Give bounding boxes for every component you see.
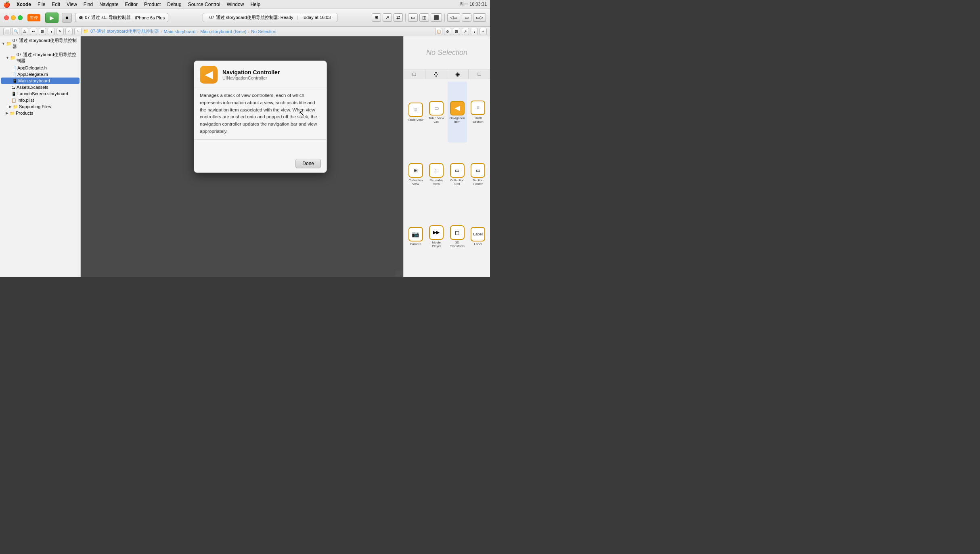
show-utilities-btn[interactable]: ▭▷ (473, 13, 486, 22)
layout-btn3[interactable]: ⬛ (431, 13, 442, 22)
breadcrumb-right3[interactable]: ⊞ (453, 28, 460, 35)
minimize-button[interactable] (11, 15, 16, 20)
breadcrumb-seg3[interactable]: Main.storyboard (Base) (200, 29, 246, 34)
breadcrumb: ⬜ 🔍 ⚠ ↩ ⊞ ⬧ ✎ ‹ › 📁 07-通过 storyboard使用导航… (0, 27, 490, 36)
tab-identity[interactable]: ◉ (447, 69, 469, 79)
scheme-name: 07-通过 st...导航控制器 (85, 15, 131, 21)
standard-editor-btn[interactable]: ▭ (408, 13, 418, 22)
sidebar-item-products[interactable]: ▶ 📁 Products (0, 110, 80, 116)
menu-find[interactable]: Find (84, 2, 93, 7)
component-camera[interactable]: 📷 Camera (406, 206, 425, 267)
storyboard-icon: 📱 (12, 79, 17, 83)
launch-screen-label: LaunchScreen.storyboard (17, 91, 68, 96)
menu-view[interactable]: View (67, 2, 77, 7)
breadcrumb-forward[interactable]: › (74, 28, 82, 35)
close-button[interactable] (4, 15, 9, 20)
sidebar-root-disclosure[interactable]: ▼ 📁 07-通过 storyboard使用导航控制器 (0, 36, 80, 51)
tab-quick-help[interactable]: {} (425, 69, 447, 79)
apple-menu[interactable]: 🍎 (3, 1, 10, 8)
menu-file[interactable]: File (38, 2, 45, 7)
storyboard-label: Main.storyboard (18, 78, 50, 83)
breadcrumb-right5[interactable]: ⋮ (471, 28, 478, 35)
maximize-button[interactable] (18, 15, 23, 20)
menu-edit[interactable]: Edit (52, 2, 60, 7)
no-selection-text: No Selection (426, 48, 467, 57)
component-navigation-item[interactable]: ◀ Navigation Item (448, 82, 467, 143)
breadcrumb-icon6[interactable]: ⬧ (48, 28, 55, 35)
breadcrumb-icon4[interactable]: ↩ (30, 28, 37, 35)
sidebar-item-launch-screen[interactable]: 📱 LaunchScreen.storyboard (0, 90, 80, 97)
supporting-files-label: Supporting Files (19, 104, 51, 109)
tab-file[interactable]: □ (404, 69, 425, 79)
sidebar-item-supporting-files[interactable]: ▶ 📁 Supporting Files (0, 103, 80, 110)
scheme-selector[interactable]: 🛠 07-通过 st...导航控制器 | iPhone 6s Plus (75, 13, 168, 22)
sidebar-item-info-plist[interactable]: 📋 Info.plist (0, 97, 80, 103)
tab-attributes[interactable]: □ (469, 69, 490, 79)
sidebar-item-appdelegate-h[interactable]: 📄 AppDelegate.h (0, 65, 80, 71)
scroll-arrow-right[interactable]: › (395, 271, 403, 277)
breadcrumb-icon7[interactable]: ✎ (57, 28, 64, 35)
clock: 周一 16:03:31 (459, 1, 487, 7)
menu-debug[interactable]: Debug (167, 2, 181, 7)
popup-icon-container: ◀ (200, 66, 218, 84)
component-collection-view[interactable]: ⊞ Collection View (406, 144, 425, 205)
sidebar-group-disclosure[interactable]: ▼ 📁 07-通过 storyboard使用导航控制器 (0, 51, 80, 65)
popup-done-button[interactable]: Done (295, 159, 321, 168)
breadcrumb-icon1[interactable]: ⬜ (3, 28, 10, 35)
component-collection-reusable[interactable]: ⬚ Reusable View (427, 144, 446, 205)
breadcrumb-icon2[interactable]: 🔍 (12, 28, 19, 35)
breadcrumb-path1[interactable]: 📁 (83, 29, 89, 34)
breadcrumb-icon3[interactable]: ⚠ (21, 28, 28, 35)
sidebar-item-main-storyboard[interactable]: 📱 Main.storyboard (1, 78, 80, 84)
breadcrumb-seg2[interactable]: Main.storyboard (164, 29, 196, 34)
main-layout: ▼ 📁 07-通过 storyboard使用导航控制器 ▼ 📁 07-通过 st… (0, 36, 490, 277)
menu-product[interactable]: Product (144, 2, 161, 7)
breadcrumb-icon5[interactable]: ⊞ (39, 28, 46, 35)
menu-editor[interactable]: Editor (125, 2, 138, 7)
stop-button[interactable]: ■ (62, 13, 72, 23)
assistant-editor-btn[interactable]: ⇄ (394, 13, 403, 22)
popup-subtitle: UINavigationController (222, 76, 280, 80)
breadcrumb-seg4[interactable]: No Selection (251, 29, 276, 34)
popup-empty-section (194, 139, 327, 155)
component-button[interactable]: Button Button (406, 269, 425, 277)
breadcrumb-right4[interactable]: ↗ (462, 28, 469, 35)
breadcrumb-right1[interactable]: 📋 (435, 28, 442, 35)
xcode-icon: 🛠 (79, 15, 83, 20)
run-button[interactable]: ▶ (45, 13, 59, 23)
component-segmented[interactable]: 1 2 Segmented (427, 269, 446, 277)
component-movie-player[interactable]: ▶▶ Movie Player (427, 206, 446, 267)
layout-btn2[interactable]: ◫ (419, 13, 429, 22)
component-table-header[interactable]: ≡ Table Section (469, 82, 488, 143)
sidebar-item-assets[interactable]: 🗂 Assets.xcassets (0, 84, 80, 90)
navigator-toggle[interactable]: ⊞ (372, 13, 381, 22)
menu-navigate[interactable]: Navigate (99, 2, 118, 7)
inspector-tabs: □ {} ◉ □ (404, 69, 490, 79)
show-navigator-btn[interactable]: ◁▭ (447, 13, 460, 22)
breadcrumb-right2[interactable]: ⊙ (444, 28, 451, 35)
toolbar: 暂停 ▶ ■ 🛠 07-通过 st...导航控制器 | iPhone 6s Pl… (0, 9, 490, 27)
component-text-field[interactable]: Text Text Field (448, 269, 467, 277)
component-collection-cell[interactable]: ▭ Collection Cell (448, 144, 467, 205)
popup-body: Manages a stack of view controllers, eac… (194, 88, 327, 139)
menu-window[interactable]: Window (227, 2, 244, 7)
breadcrumb-seg1[interactable]: 07-通过 storyboard使用导航控制器 (90, 28, 159, 34)
sidebar-item-appdelegate-m[interactable]: 📄 AppDelegate.m (0, 71, 80, 78)
breadcrumb-arrow3: › (248, 29, 249, 34)
component-label[interactable]: Label Label (469, 206, 488, 267)
component-table-view-cell[interactable]: ▭ Table View Cell (427, 82, 446, 143)
menu-source-control[interactable]: Source Control (188, 2, 220, 7)
window-controls (4, 15, 23, 20)
component-section-footer[interactable]: ▭ Section Footer (469, 144, 488, 205)
component-slider[interactable]: Slider (469, 269, 488, 277)
file-label: AppDelegate.m (17, 72, 48, 77)
menu-help[interactable]: Help (250, 2, 260, 7)
jump-bar-btn[interactable]: ↗ (383, 13, 392, 22)
nav-controller-icon: ◀ (205, 69, 212, 80)
breadcrumb-back[interactable]: ‹ (65, 28, 73, 35)
menu-xcode[interactable]: Xcode (17, 2, 31, 7)
breadcrumb-right6[interactable]: + (480, 28, 487, 35)
show-debug-btn[interactable]: ▭ (462, 13, 471, 22)
component-table-view[interactable]: ≡ Table View (406, 82, 425, 143)
component-3d-transform[interactable]: ◻ 3D Transform (448, 206, 467, 267)
